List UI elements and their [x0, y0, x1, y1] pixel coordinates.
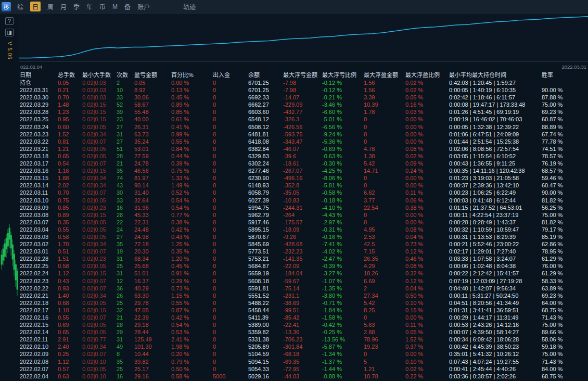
table-row[interactable]: 2022.02.090.250.02|0.07810.440.20 %05104… [20, 350, 588, 358]
menu-item-备[interactable]: 备 [124, 2, 131, 11]
column-header-min_max_lots[interactable]: 最小大手数 [82, 71, 117, 79]
cell-pnl_pct: 0.43 % [171, 233, 213, 240]
cell-pnl_pct: 0.00 % [171, 79, 213, 86]
equity-chart[interactable] [19, 14, 588, 62]
cell-max_float_loss: -14.07 [283, 94, 322, 101]
table-row[interactable]: 2022.02.102.400.02|0.3449101.301.98 %052… [20, 343, 588, 350]
cell-win_rate: 64.00 % [542, 299, 588, 307]
table-row[interactable]: 2022.02.230.430.02|0.071216.370.29 %0560… [20, 277, 588, 285]
column-header-hold_times[interactable]: 最小平均最大持仓时间 [449, 71, 542, 79]
table-row[interactable]: 2022.03.250.950.02|0.152340.000.61 %0654… [20, 116, 588, 123]
cell-date: 2022.03.29 [20, 101, 58, 108]
table-row[interactable]: 2022.02.250.580.02|0.052525.680.45 %0568… [20, 262, 588, 270]
panel-icon[interactable]: ◨ [5, 29, 14, 36]
table-row[interactable]: 2022.02.241.120.02|0.153151.010.91 %0565… [20, 270, 588, 277]
cell-total_lots: 0.51 [58, 248, 82, 255]
cell-max_float_profit: 2 [364, 285, 405, 292]
cell-pnl_pct: 0.58 % [171, 373, 213, 380]
cell-pnl_pct: 0.84 % [171, 145, 213, 153]
table-row[interactable]: 2022.03.070.350.02|0.052222.310.38 %0591… [20, 219, 588, 226]
cell-total_lots: 0.43 [58, 277, 82, 285]
table-row[interactable]: 2022.03.090.850.02|0.231631.960.54 %0599… [20, 204, 588, 211]
column-header-max_float_loss_pct[interactable]: 最大浮亏比例 [322, 71, 364, 79]
table-row[interactable]: 2022.02.211.400.02|0.342663.301.15 %0555… [20, 292, 588, 299]
table-row[interactable]: 2022.03.110.700.02|0.073031.400.52 %0605… [20, 189, 588, 196]
table-row[interactable]: 2022.03.030.580.02|0.052724.980.43 %0587… [20, 233, 588, 240]
cell-max_float_profit: 3.77 [364, 197, 405, 204]
column-header-max_float_loss[interactable]: 最大浮亏金额 [283, 71, 322, 79]
table-row[interactable]: 2022.03.151.880.02|0.347481.971.33 %0623… [20, 174, 588, 182]
column-header-balance[interactable]: 余额 [248, 71, 283, 79]
table-row[interactable]: 2022.02.040.630.02|0.101629.160.58 %5000… [20, 373, 588, 380]
cell-max_float_loss: -99.51 [283, 307, 322, 314]
cell-count: 23 [117, 116, 134, 123]
cell-balance: 5845.69 [248, 240, 283, 248]
table-row[interactable]: 2022.03.220.810.02|0.072735.240.55 %0641… [20, 138, 588, 145]
table-row[interactable]: 2022.03.211.210.02|0.055153.010.84 %0638… [20, 145, 588, 153]
menu-item-M[interactable]: M [112, 3, 118, 10]
column-header-max_float_profit_pct[interactable]: 最大浮盈比例 [405, 71, 449, 79]
cell-total_lots: 0.65 [58, 328, 82, 336]
table-row[interactable]: 2022.02.150.690.02|0.052829.180.54 %0538… [20, 321, 588, 328]
cell-balance: 5684.87 [248, 262, 283, 270]
menu-item-trail[interactable]: 轨迹 [183, 2, 196, 11]
table-row[interactable]: 2022.03.170.540.02|0.072124.780.39 %0630… [20, 160, 588, 167]
menu-item-年[interactable]: 年 [86, 2, 93, 11]
column-header-total_lots[interactable]: 总手数 [58, 71, 82, 79]
cell-hold_times: 0:42:03 | 1:20:45 | 1:59:27 [449, 79, 542, 86]
cell-max_float_profit: 2.53 [364, 233, 405, 240]
table-row[interactable]: 2022.02.112.910.02|0.7731125.492.41 %053… [20, 336, 588, 343]
table-row[interactable]: 2022.03.300.700.02|0.033330.060.45 %0669… [20, 94, 588, 101]
column-header-cash_flow[interactable]: 出入金 [213, 71, 248, 79]
table-row[interactable]: 2022.02.140.650.02|0.052928.440.53 %0535… [20, 328, 588, 336]
column-header-pnl_pct[interactable]: 百分比% [171, 71, 213, 79]
table-row[interactable]: 2022.03.161.160.02|0.153546.560.75 %0627… [20, 167, 588, 174]
table-body: 持仓0.050.02|0.0320.050.00 %06701.25-7.98-… [20, 79, 588, 380]
app-logo-icon[interactable]: 移 [2, 2, 11, 11]
table-row[interactable]: 2022.03.021.700.02|0.343572.181.25 %0584… [20, 240, 588, 248]
column-header-pnl[interactable]: 盈亏金额 [134, 71, 171, 79]
column-header-win_rate[interactable]: 胜率 [542, 71, 588, 79]
column-header-date[interactable]: 日期 [20, 71, 58, 79]
table-header-row: 日期总手数最小大手数次数盈亏金额百分比%出入金余额最大浮亏金额最大浮亏比例最大浮… [20, 71, 588, 79]
table-row[interactable]: 2022.02.081.120.02|0.103539.820.79 %0509… [20, 358, 588, 365]
help-icon[interactable]: ? [5, 17, 14, 25]
cell-min_max_lots: 0.02|0.34 [82, 292, 117, 299]
cell-date: 2022.03.10 [20, 197, 58, 204]
menu-item-周[interactable]: 周 [47, 2, 54, 11]
table-row[interactable]: 2022.02.180.680.02|0.052529.780.55 %0548… [20, 299, 588, 307]
table-row[interactable]: 2022.03.142.020.02|0.344390.141.49 %0614… [20, 182, 588, 189]
table-row[interactable]: 2022.02.281.510.02|0.233168.341.20 %0575… [20, 255, 588, 262]
menu-item-月[interactable]: 月 [60, 2, 67, 11]
menu-item-综[interactable]: 综 [17, 2, 23, 11]
table-row[interactable]: 2022.03.231.520.02|0.343163.730.99 %0648… [20, 131, 588, 138]
cell-cash_flow: 0 [213, 270, 248, 277]
table-row[interactable]: 2022.03.291.480.02|0.155258.670.89 %0666… [20, 101, 588, 108]
cell-total_lots: 0.70 [58, 189, 82, 196]
table-row[interactable]: 2022.03.040.550.02|0.052424.480.42 %0589… [20, 226, 588, 233]
table-row[interactable]: 2022.03.100.750.02|0.053332.640.54 %0602… [20, 197, 588, 204]
table-row[interactable]: 2022.03.010.510.02|0.071920.300.35 %0577… [20, 248, 588, 255]
table-row[interactable]: 持仓0.050.02|0.0320.050.00 %06701.25-7.98-… [20, 79, 588, 86]
table-row[interactable]: 2022.02.160.550.02|0.072122.390.42 %0541… [20, 314, 588, 321]
cell-min_max_lots: 0.02|0.34 [82, 131, 117, 138]
table-row[interactable]: 2022.02.070.570.02|0.052525.170.50 %0505… [20, 365, 588, 373]
table-row[interactable]: 2022.03.310.210.02|0.03108.920.13 %06701… [20, 86, 588, 94]
column-header-max_float_profit[interactable]: 最大浮盈金额 [364, 71, 405, 79]
table-row[interactable]: 2022.02.171.100.02|0.153247.050.87 %0545… [20, 307, 588, 314]
cell-max_float_profit_pct: 0.24 % [405, 167, 449, 174]
table-row[interactable]: 2022.03.080.890.02|0.152845.330.77 %0596… [20, 211, 588, 219]
table-row[interactable]: 2022.02.220.930.02|0.073640.290.73 %0559… [20, 285, 588, 292]
table-row[interactable]: 2022.03.180.650.02|0.052827.590.44 %0632… [20, 153, 588, 160]
menu-item-币[interactable]: 币 [99, 2, 106, 11]
menu-item-账户[interactable]: 账户 [137, 2, 150, 11]
menu-item-季[interactable]: 季 [73, 2, 80, 11]
cell-min_max_lots: 0.02|0.03 [82, 94, 117, 101]
cell-pnl: 22.31 [134, 219, 171, 226]
cell-date: 2022.02.23 [20, 277, 58, 285]
table-row[interactable]: 2022.03.281.230.02|0.153955.480.85 %0660… [20, 108, 588, 116]
table-row[interactable]: 2022.03.240.600.02|0.052726.310.41 %0650… [20, 123, 588, 131]
cell-balance: 6603.60 [248, 108, 283, 116]
column-header-count[interactable]: 次数 [117, 71, 134, 79]
menu-item-日[interactable]: 日 [30, 2, 41, 11]
